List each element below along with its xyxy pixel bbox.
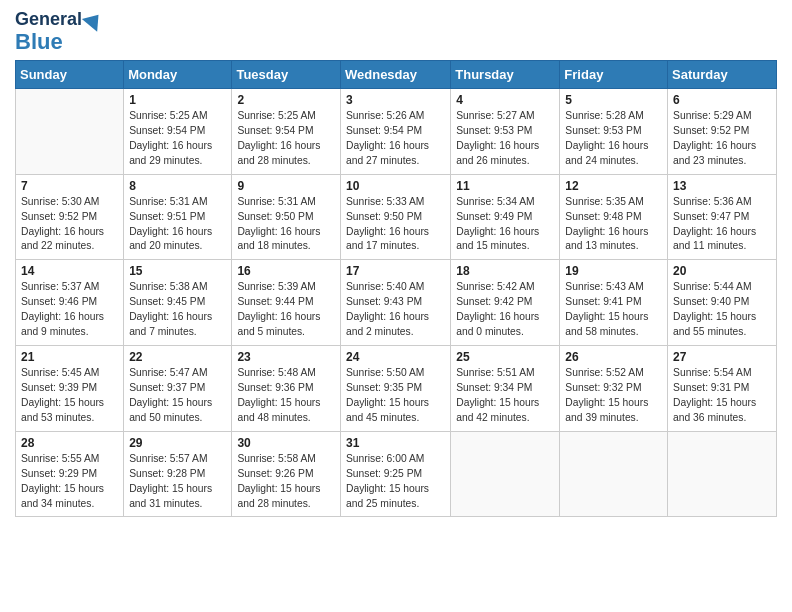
calendar-cell: 18Sunrise: 5:42 AM Sunset: 9:42 PM Dayli… (451, 260, 560, 346)
weekday-header-saturday: Saturday (668, 60, 777, 88)
logo-blue: Blue (15, 30, 63, 54)
day-number: 18 (456, 264, 554, 278)
day-info: Sunrise: 5:38 AM Sunset: 9:45 PM Dayligh… (129, 280, 226, 340)
calendar-cell: 19Sunrise: 5:43 AM Sunset: 9:41 PM Dayli… (560, 260, 668, 346)
day-number: 17 (346, 264, 445, 278)
weekday-header-tuesday: Tuesday (232, 60, 341, 88)
day-info: Sunrise: 5:55 AM Sunset: 9:29 PM Dayligh… (21, 452, 118, 512)
day-info: Sunrise: 5:34 AM Sunset: 9:49 PM Dayligh… (456, 195, 554, 255)
day-number: 5 (565, 93, 662, 107)
day-number: 28 (21, 436, 118, 450)
calendar-cell: 14Sunrise: 5:37 AM Sunset: 9:46 PM Dayli… (16, 260, 124, 346)
calendar-week-4: 21Sunrise: 5:45 AM Sunset: 9:39 PM Dayli… (16, 346, 777, 432)
calendar-cell (451, 431, 560, 517)
day-number: 2 (237, 93, 335, 107)
day-number: 1 (129, 93, 226, 107)
day-number: 29 (129, 436, 226, 450)
calendar-cell: 11Sunrise: 5:34 AM Sunset: 9:49 PM Dayli… (451, 174, 560, 260)
day-info: Sunrise: 5:37 AM Sunset: 9:46 PM Dayligh… (21, 280, 118, 340)
calendar-table: SundayMondayTuesdayWednesdayThursdayFrid… (15, 60, 777, 517)
calendar-cell (16, 88, 124, 174)
day-info: Sunrise: 5:25 AM Sunset: 9:54 PM Dayligh… (129, 109, 226, 169)
calendar-cell: 30Sunrise: 5:58 AM Sunset: 9:26 PM Dayli… (232, 431, 341, 517)
calendar-cell: 7Sunrise: 5:30 AM Sunset: 9:52 PM Daylig… (16, 174, 124, 260)
logo: General Blue (15, 10, 104, 54)
day-info: Sunrise: 5:48 AM Sunset: 9:36 PM Dayligh… (237, 366, 335, 426)
calendar-cell: 9Sunrise: 5:31 AM Sunset: 9:50 PM Daylig… (232, 174, 341, 260)
day-info: Sunrise: 6:00 AM Sunset: 9:25 PM Dayligh… (346, 452, 445, 512)
day-info: Sunrise: 5:42 AM Sunset: 9:42 PM Dayligh… (456, 280, 554, 340)
day-number: 9 (237, 179, 335, 193)
day-info: Sunrise: 5:51 AM Sunset: 9:34 PM Dayligh… (456, 366, 554, 426)
day-info: Sunrise: 5:50 AM Sunset: 9:35 PM Dayligh… (346, 366, 445, 426)
calendar-cell: 10Sunrise: 5:33 AM Sunset: 9:50 PM Dayli… (340, 174, 450, 260)
calendar-cell: 16Sunrise: 5:39 AM Sunset: 9:44 PM Dayli… (232, 260, 341, 346)
day-info: Sunrise: 5:33 AM Sunset: 9:50 PM Dayligh… (346, 195, 445, 255)
day-number: 25 (456, 350, 554, 364)
calendar-cell: 29Sunrise: 5:57 AM Sunset: 9:28 PM Dayli… (124, 431, 232, 517)
weekday-header-wednesday: Wednesday (340, 60, 450, 88)
day-number: 11 (456, 179, 554, 193)
day-number: 7 (21, 179, 118, 193)
day-number: 6 (673, 93, 771, 107)
day-info: Sunrise: 5:54 AM Sunset: 9:31 PM Dayligh… (673, 366, 771, 426)
day-info: Sunrise: 5:45 AM Sunset: 9:39 PM Dayligh… (21, 366, 118, 426)
calendar-cell: 27Sunrise: 5:54 AM Sunset: 9:31 PM Dayli… (668, 346, 777, 432)
day-number: 31 (346, 436, 445, 450)
calendar-cell: 23Sunrise: 5:48 AM Sunset: 9:36 PM Dayli… (232, 346, 341, 432)
calendar-cell: 12Sunrise: 5:35 AM Sunset: 9:48 PM Dayli… (560, 174, 668, 260)
calendar-cell: 26Sunrise: 5:52 AM Sunset: 9:32 PM Dayli… (560, 346, 668, 432)
day-info: Sunrise: 5:29 AM Sunset: 9:52 PM Dayligh… (673, 109, 771, 169)
calendar-cell: 4Sunrise: 5:27 AM Sunset: 9:53 PM Daylig… (451, 88, 560, 174)
day-number: 14 (21, 264, 118, 278)
calendar-cell: 15Sunrise: 5:38 AM Sunset: 9:45 PM Dayli… (124, 260, 232, 346)
day-info: Sunrise: 5:31 AM Sunset: 9:51 PM Dayligh… (129, 195, 226, 255)
day-number: 30 (237, 436, 335, 450)
logo-general: General (15, 10, 82, 30)
calendar-cell: 20Sunrise: 5:44 AM Sunset: 9:40 PM Dayli… (668, 260, 777, 346)
day-number: 24 (346, 350, 445, 364)
weekday-header-monday: Monday (124, 60, 232, 88)
day-info: Sunrise: 5:57 AM Sunset: 9:28 PM Dayligh… (129, 452, 226, 512)
weekday-header-sunday: Sunday (16, 60, 124, 88)
day-number: 26 (565, 350, 662, 364)
day-number: 4 (456, 93, 554, 107)
day-info: Sunrise: 5:40 AM Sunset: 9:43 PM Dayligh… (346, 280, 445, 340)
day-info: Sunrise: 5:31 AM Sunset: 9:50 PM Dayligh… (237, 195, 335, 255)
day-number: 27 (673, 350, 771, 364)
weekday-header-thursday: Thursday (451, 60, 560, 88)
calendar-cell (668, 431, 777, 517)
calendar-cell: 28Sunrise: 5:55 AM Sunset: 9:29 PM Dayli… (16, 431, 124, 517)
logo-triangle-icon (82, 8, 106, 32)
calendar-cell: 24Sunrise: 5:50 AM Sunset: 9:35 PM Dayli… (340, 346, 450, 432)
day-info: Sunrise: 5:27 AM Sunset: 9:53 PM Dayligh… (456, 109, 554, 169)
calendar-week-3: 14Sunrise: 5:37 AM Sunset: 9:46 PM Dayli… (16, 260, 777, 346)
calendar-cell (560, 431, 668, 517)
day-number: 10 (346, 179, 445, 193)
day-info: Sunrise: 5:36 AM Sunset: 9:47 PM Dayligh… (673, 195, 771, 255)
day-info: Sunrise: 5:25 AM Sunset: 9:54 PM Dayligh… (237, 109, 335, 169)
day-info: Sunrise: 5:47 AM Sunset: 9:37 PM Dayligh… (129, 366, 226, 426)
calendar-cell: 13Sunrise: 5:36 AM Sunset: 9:47 PM Dayli… (668, 174, 777, 260)
calendar-cell: 8Sunrise: 5:31 AM Sunset: 9:51 PM Daylig… (124, 174, 232, 260)
calendar-cell: 31Sunrise: 6:00 AM Sunset: 9:25 PM Dayli… (340, 431, 450, 517)
day-number: 20 (673, 264, 771, 278)
calendar-cell: 21Sunrise: 5:45 AM Sunset: 9:39 PM Dayli… (16, 346, 124, 432)
calendar-cell: 1Sunrise: 5:25 AM Sunset: 9:54 PM Daylig… (124, 88, 232, 174)
day-number: 16 (237, 264, 335, 278)
day-info: Sunrise: 5:26 AM Sunset: 9:54 PM Dayligh… (346, 109, 445, 169)
day-info: Sunrise: 5:35 AM Sunset: 9:48 PM Dayligh… (565, 195, 662, 255)
day-info: Sunrise: 5:58 AM Sunset: 9:26 PM Dayligh… (237, 452, 335, 512)
calendar-header-row: SundayMondayTuesdayWednesdayThursdayFrid… (16, 60, 777, 88)
calendar-cell: 22Sunrise: 5:47 AM Sunset: 9:37 PM Dayli… (124, 346, 232, 432)
day-number: 22 (129, 350, 226, 364)
day-number: 3 (346, 93, 445, 107)
calendar-cell: 2Sunrise: 5:25 AM Sunset: 9:54 PM Daylig… (232, 88, 341, 174)
calendar-cell: 5Sunrise: 5:28 AM Sunset: 9:53 PM Daylig… (560, 88, 668, 174)
day-info: Sunrise: 5:28 AM Sunset: 9:53 PM Dayligh… (565, 109, 662, 169)
day-number: 13 (673, 179, 771, 193)
day-number: 15 (129, 264, 226, 278)
calendar-cell: 17Sunrise: 5:40 AM Sunset: 9:43 PM Dayli… (340, 260, 450, 346)
calendar-week-2: 7Sunrise: 5:30 AM Sunset: 9:52 PM Daylig… (16, 174, 777, 260)
page-header: General Blue (15, 10, 777, 54)
